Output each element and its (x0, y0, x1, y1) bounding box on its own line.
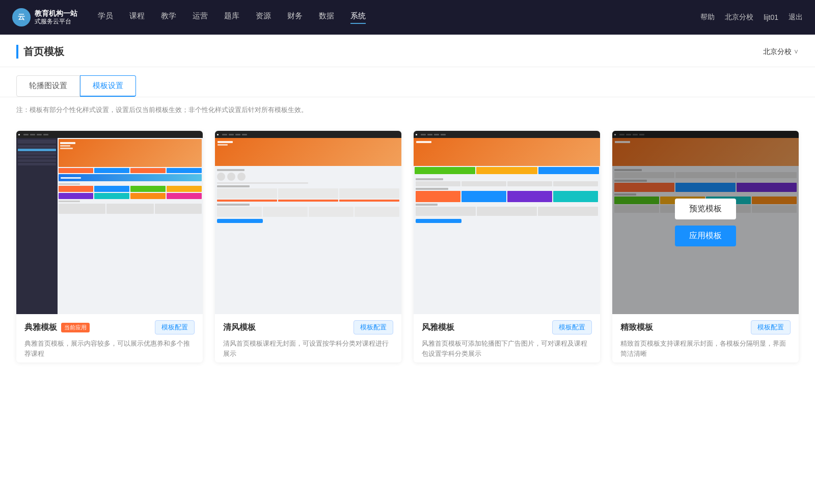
nav-item-system[interactable]: 系统 (350, 11, 366, 24)
template-preview-2 (215, 131, 401, 314)
nav-item-resources[interactable]: 资源 (256, 11, 271, 24)
template-preview-1 (16, 131, 203, 314)
preview-button-4[interactable]: 预览模板 (675, 199, 736, 219)
user-dropdown[interactable]: lijt01 (764, 13, 778, 21)
template-footer-2: 清风模板 模板配置 清风首页模板课程无封面，可设置按学科分类对课程进行展示 (215, 314, 401, 362)
page-header: 首页模板 北京分校 ∨ (0, 35, 815, 67)
logo: 云 教育机构一站 式服务云平台 (12, 8, 77, 26)
template-preview-3 (414, 131, 600, 314)
template-name-2: 清风模板 (223, 322, 256, 333)
nav-item-finance[interactable]: 财务 (287, 11, 303, 24)
template-name-4: 精致模板 (620, 322, 653, 333)
template-footer-4: 精致模板 模板配置 精致首页模板支持课程展示封面，各模板分隔明显，界面简洁清晰 (612, 314, 799, 362)
template-card-4: 预览模板 应用模板 精致模板 模板配置 精致首页模板支持课程展示封面，各模板分隔… (612, 131, 799, 362)
logo-text: 教育机构一站 式服务云平台 (35, 9, 77, 26)
nav-item-teaching[interactable]: 教学 (161, 11, 176, 24)
page-title: 首页模板 (16, 45, 64, 59)
nav-item-operations[interactable]: 运营 (193, 11, 208, 24)
config-button-2[interactable]: 模板配置 (354, 320, 393, 334)
navbar: 云 教育机构一站 式服务云平台 学员 课程 教学 运营 题库 资源 财务 数据 … (0, 0, 815, 35)
template-card-3: 风雅模板 模板配置 风雅首页模板可添加轮播图下广告图片，可对课程及课程包设置学科… (414, 131, 600, 362)
template-desc-3: 风雅首页模板可添加轮播图下广告图片，可对课程及课程包设置学科分类展示 (422, 339, 592, 358)
template-current-tag-1: 当前应用 (61, 323, 90, 332)
template-desc-4: 精致首页模板支持课程展示封面，各模板分隔明显，界面简洁清晰 (620, 339, 791, 358)
logout-link[interactable]: 退出 (789, 13, 803, 22)
template-card-2: 清风模板 模板配置 清风首页模板课程无封面，可设置按学科分类对课程进行展示 (215, 131, 401, 362)
nav-item-students[interactable]: 学员 (98, 11, 113, 24)
tab-template[interactable]: 模板设置 (80, 75, 136, 97)
templates-grid: 典雅模板 当前应用 模板配置 典雅首页模板，展示内容较多，可以展示优惠券和多个推… (0, 123, 815, 383)
logo-icon: 云 (12, 8, 31, 26)
template-card-1: 典雅模板 当前应用 模板配置 典雅首页模板，展示内容较多，可以展示优惠券和多个推… (16, 131, 203, 362)
apply-button-4[interactable]: 应用模板 (675, 226, 736, 246)
nav-item-courses[interactable]: 课程 (129, 11, 145, 24)
branch-selector[interactable]: 北京分校 ∨ (763, 47, 799, 57)
template-overlay-4: 预览模板 应用模板 (612, 131, 799, 314)
template-name-3: 风雅模板 (422, 322, 454, 333)
notice-text: 注：模板有部分个性化样式设置，设置后仅当前模板生效；非个性化样式设置后针对所有模… (0, 97, 815, 123)
chevron-down-icon: ∨ (794, 47, 799, 56)
template-preview-4: 预览模板 应用模板 (612, 131, 799, 314)
template-name-1: 典雅模板 (24, 322, 57, 333)
config-button-4[interactable]: 模板配置 (751, 320, 791, 334)
tabs: 轮播图设置 模板设置 (16, 75, 799, 97)
nav-item-data[interactable]: 数据 (319, 11, 334, 24)
tabs-container: 轮播图设置 模板设置 (0, 67, 815, 97)
template-desc-2: 清风首页模板课程无封面，可设置按学科分类对课程进行展示 (223, 339, 393, 358)
config-button-3[interactable]: 模板配置 (552, 320, 592, 334)
template-footer-1: 典雅模板 当前应用 模板配置 典雅首页模板，展示内容较多，可以展示优惠券和多个推… (16, 314, 203, 362)
tab-carousel[interactable]: 轮播图设置 (16, 75, 80, 97)
nav-right: 帮助 北京分校 lijt01 退出 (700, 13, 803, 22)
template-footer-3: 风雅模板 模板配置 风雅首页模板可添加轮播图下广告图片，可对课程及课程包设置学科… (414, 314, 600, 362)
help-link[interactable]: 帮助 (700, 13, 715, 22)
branch-name[interactable]: 北京分校 (725, 13, 753, 22)
page-content: 首页模板 北京分校 ∨ 轮播图设置 模板设置 注：模板有部分个性化样式设置，设置… (0, 35, 815, 504)
nav-item-quiz[interactable]: 题库 (224, 11, 239, 24)
config-button-1[interactable]: 模板配置 (155, 320, 195, 334)
template-desc-1: 典雅首页模板，展示内容较多，可以展示优惠券和多个推荐课程 (24, 339, 195, 358)
nav-links: 学员 课程 教学 运营 题库 资源 财务 数据 系统 (98, 11, 700, 24)
